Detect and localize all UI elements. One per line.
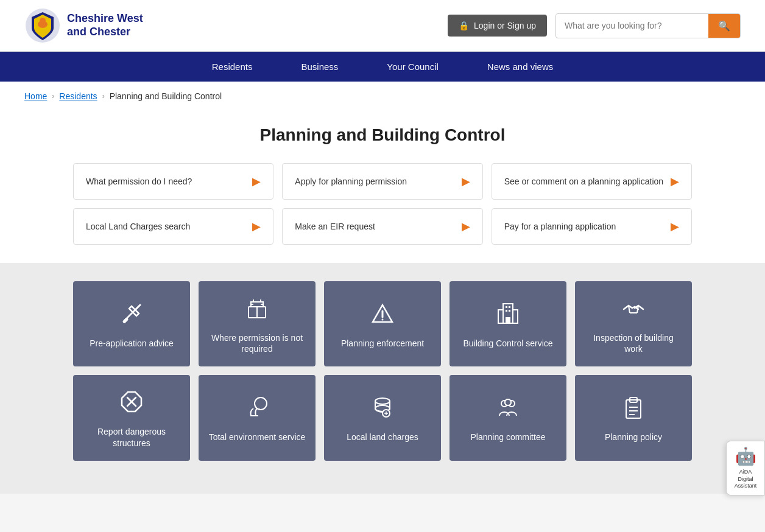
breadcrumb-home[interactable]: Home bbox=[24, 91, 47, 101]
arrow-icon-5: ▶ bbox=[671, 220, 679, 233]
quick-link-4[interactable]: Make an EIR request ▶ bbox=[282, 208, 482, 245]
tile-environment[interactable]: Total environment service bbox=[199, 375, 316, 460]
svg-rect-11 bbox=[513, 310, 518, 323]
tile-building-control[interactable]: Building Control service bbox=[449, 281, 566, 366]
svg-rect-10 bbox=[498, 310, 503, 323]
nav-item-news[interactable]: News and views bbox=[481, 52, 559, 82]
quick-link-5[interactable]: Pay for a planning application ▶ bbox=[492, 208, 692, 245]
lock-icon: 🔒 bbox=[459, 21, 469, 30]
svg-point-22 bbox=[375, 398, 390, 404]
tile-label-0: Pre-application advice bbox=[90, 338, 174, 349]
database-icon bbox=[370, 395, 395, 423]
people-icon bbox=[496, 395, 520, 423]
arrow-icon-3: ▶ bbox=[252, 220, 261, 233]
tile-label-2: Planning enforcement bbox=[341, 338, 424, 349]
svg-rect-16 bbox=[506, 317, 510, 323]
svg-point-2 bbox=[40, 18, 46, 24]
breadcrumb: Home › Residents › Planning and Building… bbox=[0, 82, 765, 111]
stop-icon bbox=[119, 390, 144, 418]
nav-item-business[interactable]: Business bbox=[295, 52, 344, 82]
search-input[interactable] bbox=[556, 15, 708, 37]
page-title-area: Planning and Building Control bbox=[0, 111, 765, 163]
arrow-icon-0: ▶ bbox=[252, 175, 261, 188]
tile-label-4: Inspection of building work bbox=[585, 332, 682, 354]
tile-label-r2-0: Report dangerous structures bbox=[83, 426, 180, 448]
page-title: Planning and Building Control bbox=[24, 125, 741, 145]
svg-rect-14 bbox=[506, 310, 507, 312]
breadcrumb-residents[interactable]: Residents bbox=[59, 91, 97, 101]
arrow-icon-1: ▶ bbox=[462, 175, 470, 188]
svg-point-19 bbox=[255, 397, 267, 410]
tile-planning-committee[interactable]: Planning committee bbox=[449, 375, 566, 460]
quick-link-2[interactable]: See or comment on a planning application… bbox=[492, 163, 692, 200]
quick-link-1[interactable]: Apply for planning permission ▶ bbox=[282, 163, 482, 200]
building-icon bbox=[496, 301, 520, 329]
svg-rect-13 bbox=[509, 306, 510, 308]
login-button[interactable]: 🔒 Login or Sign up bbox=[448, 15, 547, 37]
breadcrumb-current: Planning and Building Control bbox=[110, 91, 222, 101]
tile-label-3: Building Control service bbox=[463, 338, 552, 349]
svg-rect-15 bbox=[509, 310, 510, 312]
shovel-icon bbox=[119, 301, 144, 329]
logo-icon bbox=[24, 7, 61, 44]
header-right: 🔒 Login or Sign up 🔍 bbox=[448, 13, 741, 38]
tile-dangerous-structures[interactable]: Report dangerous structures bbox=[73, 375, 190, 460]
aida-label: AiDADigitalAssistant bbox=[735, 469, 757, 490]
tile-label-r2-1: Total environment service bbox=[209, 432, 306, 443]
breadcrumb-sep-2: › bbox=[102, 92, 105, 100]
tile-inspection[interactable]: Inspection of building work bbox=[575, 281, 692, 366]
quick-link-3[interactable]: Local Land Charges search ▶ bbox=[73, 208, 273, 245]
arrow-icon-2: ▶ bbox=[671, 175, 679, 188]
search-icon: 🔍 bbox=[718, 21, 730, 31]
svg-point-30 bbox=[505, 399, 511, 405]
quick-links: What permission do I need? ▶ Apply for p… bbox=[0, 163, 765, 263]
main-nav: Residents Business Your Council News and… bbox=[0, 52, 765, 82]
tile-local-land-charges[interactable]: Local land charges bbox=[324, 375, 441, 460]
search-bar: 🔍 bbox=[555, 13, 741, 38]
handshake-icon bbox=[621, 296, 646, 324]
svg-rect-12 bbox=[506, 306, 507, 308]
tile-label-r2-2: Local land charges bbox=[347, 432, 418, 443]
svg-point-8 bbox=[382, 319, 384, 321]
nav-item-your-council[interactable]: Your Council bbox=[381, 52, 445, 82]
nav-item-residents[interactable]: Residents bbox=[206, 52, 259, 82]
clipboard-icon bbox=[621, 395, 646, 423]
tile-grid-row1: Pre-application advice Where permission … bbox=[73, 281, 692, 366]
warning-icon bbox=[370, 301, 395, 329]
tile-grid-row2: Report dangerous structures Total enviro… bbox=[73, 375, 692, 460]
tile-pre-application-advice[interactable]: Pre-application advice bbox=[73, 281, 190, 366]
tree-icon bbox=[245, 395, 269, 423]
svg-line-4 bbox=[135, 305, 140, 310]
tile-planning-policy[interactable]: Planning policy bbox=[575, 375, 692, 460]
tile-label-r2-3: Planning committee bbox=[471, 432, 546, 443]
search-button[interactable]: 🔍 bbox=[708, 14, 740, 38]
site-header: Cheshire West and Chester 🔒 Login or Sig… bbox=[0, 0, 765, 52]
robot-icon: 🤖 bbox=[735, 446, 756, 466]
tile-label-1: Where permission is not required bbox=[208, 332, 306, 354]
tile-where-permission[interactable]: Where permission is not required bbox=[199, 281, 316, 366]
building-gate-icon bbox=[245, 296, 269, 324]
arrow-icon-4: ▶ bbox=[462, 220, 470, 233]
breadcrumb-sep-1: › bbox=[52, 92, 54, 100]
quick-link-0[interactable]: What permission do I need? ▶ bbox=[73, 163, 273, 200]
logo-area: Cheshire West and Chester bbox=[24, 7, 143, 44]
aida-widget[interactable]: 🤖 AiDADigitalAssistant bbox=[726, 441, 765, 494]
tile-grid-section: Pre-application advice Where permission … bbox=[0, 263, 765, 494]
logo-text: Cheshire West and Chester bbox=[67, 12, 143, 38]
tile-label-r2-4: Planning policy bbox=[605, 432, 662, 443]
tile-planning-enforcement[interactable]: Planning enforcement bbox=[324, 281, 441, 366]
